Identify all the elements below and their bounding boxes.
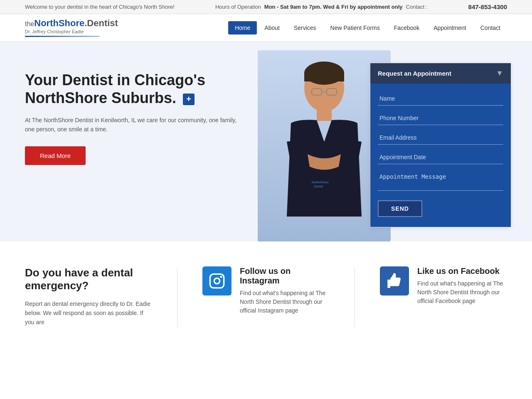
message-field-container <box>378 170 503 192</box>
hero-content: Your Dentist in Chicago's NorthShore Sub… <box>25 63 241 165</box>
bottom-section: Do you have a dental emergency? Report a… <box>0 241 532 352</box>
facebook-desc: Find out what's happening at The North S… <box>417 279 507 305</box>
facebook-icon-box <box>380 266 409 296</box>
logo: theNorthShore.Dentist Dr. Jeffrey Christ… <box>25 18 118 37</box>
chevron-down-icon: ▼ <box>496 69 503 78</box>
hours-section: Hours of Operation Mon - Sat 9am to 7pm.… <box>215 4 428 10</box>
nav-appointment[interactable]: Appointment <box>427 21 473 34</box>
contact-info: 847-853-4300 <box>468 3 507 10</box>
logo-northshore: NorthShore <box>34 18 84 28</box>
emergency-text: Report an dental emergency directly to D… <box>25 299 152 327</box>
instagram-col: Follow us on Instagram Find out what's h… <box>202 266 330 315</box>
phone-number: 847-853-4300 <box>468 3 507 10</box>
welcome-text: Welcome to your dentist in the heart of … <box>25 4 175 10</box>
name-field-container <box>378 92 503 106</box>
instagram-block: Follow us on Instagram Find out what's h… <box>202 266 330 315</box>
facebook-col: Like us on Facebook Find out what's happ… <box>380 266 507 305</box>
logo-line <box>25 36 100 37</box>
svg-rect-2 <box>304 73 344 81</box>
logo-dotdentist: .Dentist <box>84 18 118 28</box>
instagram-icon <box>209 273 225 289</box>
facebook-text: Like us on Facebook Find out what's happ… <box>417 266 507 305</box>
facebook-title: Like us on Facebook <box>417 266 507 276</box>
date-field-container <box>378 150 503 164</box>
facebook-block: Like us on Facebook Find out what's happ… <box>380 266 507 305</box>
email-field-container <box>378 131 503 145</box>
svg-point-10 <box>214 278 219 284</box>
phone-input[interactable] <box>378 111 503 125</box>
header: theNorthShore.Dentist Dr. Jeffrey Christ… <box>0 14 532 42</box>
nav-facebook[interactable]: Facebook <box>387 21 426 34</box>
appointment-title: Request an Appointment <box>378 70 451 77</box>
hours-label: Hours of Operation <box>215 4 261 10</box>
nav-contact[interactable]: Contact <box>474 21 507 34</box>
instagram-title: Follow us on Instagram <box>240 266 330 286</box>
send-button[interactable]: SEND <box>378 200 422 217</box>
logo-text: theNorthShore.Dentist <box>25 18 118 28</box>
message-input[interactable] <box>378 170 503 191</box>
emergency-title: Do you have a dental emergency? <box>25 266 152 292</box>
hero-section: Your Dentist in Chicago's NorthShore Sub… <box>0 42 532 241</box>
divider-2 <box>355 266 355 327</box>
email-input[interactable] <box>378 131 503 145</box>
svg-text:.Dentist: .Dentist <box>313 185 323 188</box>
instagram-icon-box <box>202 266 232 296</box>
hours-value: Mon - Sat 9am to 7pm. Wed & Fri by appoi… <box>264 4 403 10</box>
nav-home[interactable]: Home <box>228 21 257 34</box>
read-more-button[interactable]: Read More <box>25 146 86 165</box>
nav-about[interactable]: About <box>258 21 286 34</box>
appointment-panel: Request an Appointment ▼ SEND <box>370 63 511 227</box>
divider-1 <box>177 266 177 327</box>
appointment-body: SEND <box>370 84 511 227</box>
emergency-col: Do you have a dental emergency? Report a… <box>25 266 152 327</box>
instagram-text: Follow us on Instagram Find out what's h… <box>240 266 330 315</box>
contact-label: Contact : <box>406 4 428 10</box>
phone-field-container <box>378 111 503 125</box>
doctor-silhouette: NorthShore .Dentist <box>266 59 382 233</box>
date-input[interactable] <box>378 150 503 164</box>
main-nav: Home About Services New Patient Forms Fa… <box>228 21 507 34</box>
cross-icon: + <box>183 94 195 105</box>
top-bar: Welcome to your dentist in the heart of … <box>0 0 532 14</box>
hero-subtitle: At The NorthShore Dentist in Kenilworth,… <box>25 116 241 134</box>
svg-point-11 <box>220 276 222 278</box>
logo-subtitle: Dr. Jeffrey Christopher Eadie <box>25 29 118 34</box>
name-input[interactable] <box>378 92 503 106</box>
svg-rect-3 <box>317 108 332 121</box>
svg-text:NorthShore: NorthShore <box>312 180 329 184</box>
nav-services[interactable]: Services <box>287 21 323 34</box>
hero-title: Your Dentist in Chicago's NorthShore Sub… <box>25 71 241 107</box>
thumbsup-icon <box>386 273 403 289</box>
logo-the: the <box>25 20 34 27</box>
nav-new-patient-forms[interactable]: New Patient Forms <box>324 21 387 34</box>
logo-area: theNorthShore.Dentist Dr. Jeffrey Christ… <box>25 18 118 37</box>
appointment-header: Request an Appointment ▼ <box>370 63 511 84</box>
instagram-desc: Find out what's happening at The North S… <box>240 289 330 315</box>
